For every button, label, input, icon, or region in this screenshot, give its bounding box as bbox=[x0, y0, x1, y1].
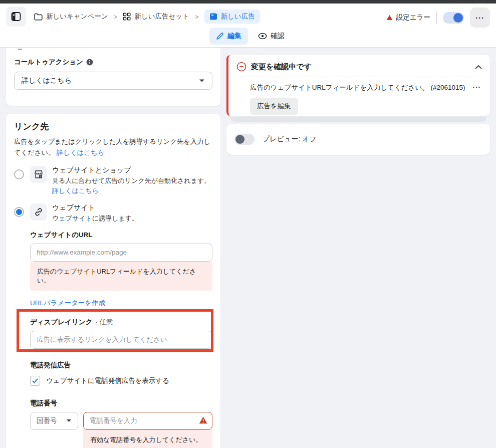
review-panel-title: 変更を確認中です bbox=[251, 62, 475, 72]
review-panel: 変更を確認中です 広告のウェブサイトURLフィールドを入力してください。 (#2… bbox=[226, 55, 490, 116]
preview-label: プレビュー: オフ bbox=[263, 135, 317, 144]
option-label: ウェブサイトとショップ bbox=[52, 166, 212, 175]
cta-field-label-row: コールトゥアクション bbox=[14, 58, 212, 67]
call-ads-checkbox-label: ウェブサイトに電話発信広告を表示する bbox=[46, 376, 169, 385]
website-form: ウェブサイトのURL 広告のウェブサイトURLフィールドを入力してください。 U… bbox=[30, 231, 212, 448]
window-chrome-bar bbox=[0, 0, 496, 4]
call-ads-label: 電話発信広告 bbox=[30, 361, 212, 370]
phone-number-label: 電話番号 bbox=[30, 399, 212, 408]
website-url-label: ウェブサイトのURL bbox=[30, 231, 212, 240]
tab-review-label: 確認 bbox=[271, 32, 285, 41]
minus-circle-icon bbox=[236, 62, 246, 72]
tab-edit-label: 編集 bbox=[227, 32, 241, 41]
cta-label: コールトゥアクション bbox=[14, 58, 83, 67]
breadcrumb-item-ad-active[interactable]: 新しい広告 bbox=[204, 10, 260, 24]
option-label: ウェブサイト bbox=[52, 203, 138, 212]
storefront-icon bbox=[30, 166, 47, 183]
tab-review[interactable]: 確認 bbox=[256, 28, 287, 45]
toggle-knob bbox=[453, 13, 463, 23]
option-text: ウェブサイトとショップ 見る人に合わせて広告のリンク先が自動化されます。 詳しく… bbox=[52, 166, 212, 195]
review-message-row: 広告のウェブサイトURLフィールドを入力してください。 (#2061015) ·… bbox=[228, 77, 490, 93]
call-to-action-card: コールトゥアクション 詳しくはこちら bbox=[6, 48, 220, 106]
phone-number-input[interactable] bbox=[83, 412, 212, 430]
country-code-value: 国番号 bbox=[37, 416, 57, 425]
error-code: (#2061015) bbox=[430, 84, 465, 91]
cta-select-value: 詳しくはこちら bbox=[22, 76, 72, 85]
destination-title: リンク先 bbox=[14, 121, 212, 132]
breadcrumb: 新しいキャンペーン > 新しい広告セット > 新しい広告 bbox=[34, 7, 260, 27]
breadcrumb-separator: > bbox=[113, 13, 118, 21]
website-url-error: 広告のウェブサイトURLフィールドを入力してください。 bbox=[30, 262, 212, 291]
learn-more-link[interactable]: 詳しくはこちら bbox=[52, 187, 99, 194]
toggle-knob bbox=[235, 135, 244, 144]
preview-card: プレビュー: オフ bbox=[226, 124, 490, 155]
phone-input-wrap bbox=[83, 412, 212, 430]
chevron-down-icon bbox=[66, 419, 72, 422]
learn-more-link[interactable]: 詳しくはこちら bbox=[57, 149, 104, 156]
breadcrumb-label: 新しいキャンペーン bbox=[46, 12, 108, 21]
error-triangle-icon bbox=[199, 416, 207, 424]
display-link-label-row: ディスプレイリンク · 任意 bbox=[30, 318, 212, 327]
folder-icon bbox=[34, 13, 43, 21]
country-code-select[interactable]: 国番号 bbox=[30, 412, 78, 430]
radio-unselected[interactable] bbox=[14, 169, 24, 179]
checkbox-checked[interactable] bbox=[30, 376, 40, 386]
phone-error-message: 有効な電話番号を入力してください。 bbox=[83, 430, 212, 448]
more-options-button[interactable]: ··· bbox=[470, 8, 490, 28]
review-panel-header[interactable]: 変更を確認中です bbox=[228, 55, 490, 77]
sidebar-toggle-button[interactable] bbox=[6, 7, 26, 27]
website-url-input[interactable] bbox=[30, 244, 212, 262]
message-more-button[interactable]: ··· bbox=[472, 83, 482, 91]
breadcrumb-item-campaign[interactable]: 新しいキャンペーン bbox=[34, 12, 108, 21]
ellipsis-icon: ··· bbox=[475, 14, 484, 22]
optional-label: · 任意 bbox=[95, 318, 113, 327]
eye-icon bbox=[258, 33, 267, 40]
header: 新しいキャンペーン > 新しい広告セット > 新しい広告 設定エラー ··· bbox=[0, 4, 496, 48]
chevron-down-icon bbox=[199, 79, 205, 83]
destination-description: 広告をタップまたはクリックした人を誘導するリンク先を入力してください。 詳しくは… bbox=[14, 136, 212, 158]
info-icon[interactable] bbox=[86, 59, 93, 66]
breadcrumb-separator: > bbox=[194, 13, 199, 21]
ad-status-toggle[interactable] bbox=[443, 12, 464, 24]
display-link-input[interactable] bbox=[30, 331, 212, 349]
tab-edit[interactable]: 編集 bbox=[209, 28, 248, 45]
pencil-icon bbox=[216, 32, 224, 40]
view-tabs: 編集 確認 bbox=[209, 28, 287, 45]
config-error-label: 設定エラー bbox=[396, 13, 430, 22]
ad-icon bbox=[209, 13, 217, 21]
destination-option-website[interactable]: ウェブサイト ウェブサイトに誘導します。 bbox=[14, 203, 212, 223]
phone-error-wrap: 有効な電話番号を入力してください。 bbox=[83, 430, 212, 448]
clipped-content-remnant bbox=[18, 49, 22, 50]
link-icon bbox=[30, 203, 47, 220]
edit-ad-button[interactable]: 広告を編集 bbox=[250, 98, 298, 115]
header-divider bbox=[436, 12, 437, 24]
phone-row: 国番号 bbox=[30, 412, 212, 430]
call-ads-checkbox-row[interactable]: ウェブサイトに電話発信広告を表示する bbox=[30, 376, 212, 386]
review-message: 広告のウェブサイトURLフィールドを入力してください。 (#2061015) bbox=[250, 83, 472, 93]
sidebar-toggle-icon bbox=[11, 11, 22, 22]
breadcrumb-item-adset[interactable]: 新しい広告セット bbox=[123, 12, 189, 21]
preview-toggle[interactable] bbox=[234, 134, 255, 145]
chevron-up-icon[interactable] bbox=[475, 65, 482, 69]
radio-selected[interactable] bbox=[14, 207, 24, 217]
cta-select[interactable]: 詳しくはこちら bbox=[14, 72, 212, 90]
stacked-card-edge bbox=[230, 117, 486, 122]
breadcrumb-label: 新しい広告 bbox=[221, 12, 255, 21]
config-error-status[interactable]: 設定エラー bbox=[386, 13, 430, 22]
destination-option-website-and-shop[interactable]: ウェブサイトとショップ 見る人に合わせて広告のリンク先が自動化されます。 詳しく… bbox=[14, 166, 212, 195]
destination-card: リンク先 広告をタップまたはクリックした人を誘導するリンク先を入力してください。… bbox=[6, 114, 220, 448]
option-description: ウェブサイトに誘導します。 bbox=[52, 213, 138, 223]
header-right-cluster: 設定エラー ··· bbox=[386, 9, 490, 27]
warning-triangle-icon bbox=[386, 15, 393, 21]
breadcrumb-label: 新しい広告セット bbox=[134, 12, 189, 21]
display-link-label: ディスプレイリンク bbox=[30, 318, 92, 327]
option-description: 見る人に合わせて広告のリンク先が自動化されます。 詳しくはこちら bbox=[52, 176, 212, 195]
option-text: ウェブサイト ウェブサイトに誘導します。 bbox=[52, 203, 138, 223]
adset-grid-icon bbox=[123, 13, 131, 21]
create-url-parameters-link[interactable]: URLパラメーターを作成 bbox=[30, 299, 105, 307]
